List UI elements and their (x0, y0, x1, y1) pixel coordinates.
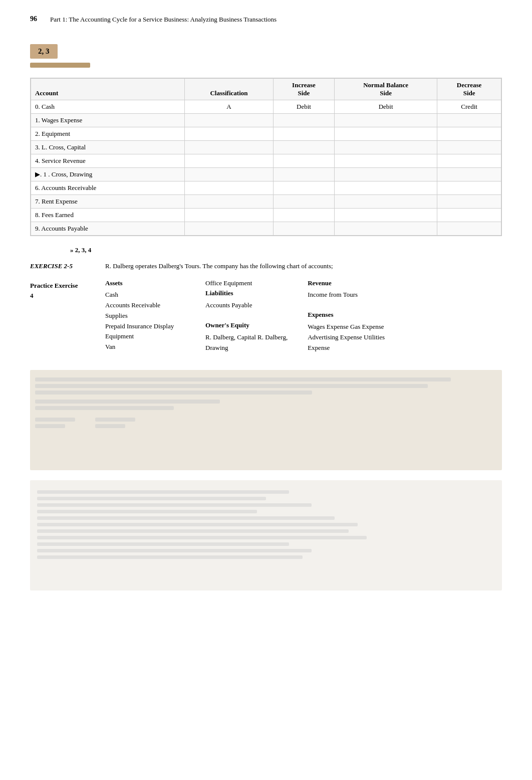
account-data-cell (185, 114, 274, 127)
exercise-sub-bar (30, 63, 90, 68)
account-data-cell (185, 154, 274, 168)
account-name-cell: 6. Accounts Receivable (31, 181, 185, 195)
account-data-cell (185, 141, 274, 154)
exercise-2-5-content: R. Dalberg operates Dalberg's Tours. The… (105, 261, 388, 360)
account-name-cell: 3. L. Cross, Capital (31, 141, 185, 154)
account-data-cell (335, 222, 437, 236)
blur-sub (37, 549, 312, 552)
blur-sub (37, 516, 335, 520)
account-data-cell: A (185, 100, 274, 114)
account-data-cell (273, 195, 334, 209)
col-header-classification: Classification (185, 79, 274, 100)
account-name-cell: 1. Wages Expense (31, 114, 185, 127)
blurred-sub-col-2 (95, 415, 135, 431)
account-data-cell (273, 114, 334, 127)
account-data-cell (185, 127, 274, 141)
account-data-cell (335, 181, 437, 195)
page-header: 96 Part 1: The Accounting Cycle for a Se… (30, 15, 502, 24)
blur-sub (37, 510, 257, 513)
account-data-cell (185, 222, 274, 236)
blur-sub (37, 529, 349, 533)
revenue-heading: Revenue (308, 278, 388, 288)
account-data-cell (437, 195, 501, 209)
revenue-list: Income from Tours (308, 290, 388, 300)
account-data-cell: Debit (335, 100, 437, 114)
blur-line (35, 400, 220, 404)
blurred-sub-col-1 (35, 415, 75, 431)
exercise-label: 2, 3 (30, 44, 58, 59)
note-line: » 2, 3, 4 (70, 246, 502, 254)
col-header-decrease: DecreaseSide (437, 79, 501, 100)
account-data-cell (335, 195, 437, 209)
accounts-table-section: Account Classification IncreaseSide Norm… (30, 78, 502, 236)
account-data-cell: Debit (273, 100, 334, 114)
col-header-normal-balance: Normal BalanceSide (335, 79, 437, 100)
owners-equity-list: R. Dalberg, Capital R. Dalberg,Drawing (205, 332, 288, 353)
account-data-cell (185, 168, 274, 181)
table-row: 4. Service Revenue (31, 154, 501, 168)
account-data-cell (273, 168, 334, 181)
account-data-cell (335, 168, 437, 181)
account-data-cell (273, 154, 334, 168)
account-name-cell: 8. Fees Earned (31, 209, 185, 222)
account-data-cell (185, 181, 274, 195)
table-row: 1. Wages Expense (31, 114, 501, 127)
table-row: 8. Fees Earned (31, 209, 501, 222)
blur-line (35, 424, 65, 428)
account-data-cell (273, 222, 334, 236)
blur-sub (37, 542, 289, 546)
assets-col: Assets Cash Accounts Receivable Supplies… (105, 278, 185, 353)
table-row: 2. Equipment (31, 127, 501, 141)
expenses-heading: Expenses (308, 310, 388, 320)
account-data-cell (437, 141, 501, 154)
account-name-cell: 0. Cash (31, 100, 185, 114)
exercise-2-5-label: EXERCISE 2-5 Practice Exercise4 (30, 261, 100, 360)
account-name-cell: 7. Rent Expense (31, 195, 185, 209)
account-data-cell (335, 127, 437, 141)
table-row: 3. L. Cross, Capital (31, 141, 501, 154)
revenue-col: Revenue Income from Tours Expenses Wages… (308, 278, 388, 353)
account-data-cell (335, 154, 437, 168)
blur-line (35, 391, 312, 395)
account-data-cell (273, 209, 334, 222)
owners-equity-heading: Owner's Equity (205, 320, 288, 330)
blur-line (35, 377, 451, 381)
practice-exercise-label: Practice Exercise4 (30, 282, 78, 299)
page-title: Part 1: The Accounting Cycle for a Servi… (50, 15, 277, 24)
liabilities-heading: Liabilities (205, 288, 288, 298)
blurred-section-1 (30, 370, 502, 470)
account-data-cell (335, 114, 437, 127)
blur-sub (37, 497, 266, 500)
blur-line (95, 424, 125, 428)
account-data-cell (273, 181, 334, 195)
account-data-cell (335, 209, 437, 222)
blur-line (35, 406, 174, 410)
accounts-table: Account Classification IncreaseSide Norm… (31, 78, 501, 236)
exercise-2-5-title: EXERCISE 2-5 (30, 262, 73, 270)
table-row: 9. Accounts Payable (31, 222, 501, 236)
account-data-cell (185, 195, 274, 209)
account-data-cell (185, 209, 274, 222)
blur-sub (37, 490, 289, 494)
accounts-grid: Assets Cash Accounts Receivable Supplies… (105, 278, 388, 353)
blur-line (95, 418, 135, 422)
col-header-increase: IncreaseSide (273, 79, 334, 100)
page-number: 96 (30, 15, 50, 23)
blur-sub (37, 523, 358, 526)
account-data-cell (437, 209, 501, 222)
liabilities-list: Accounts Payable (205, 300, 288, 311)
account-data-cell (273, 141, 334, 154)
table-row: 6. Accounts Receivable (31, 181, 501, 195)
account-name-cell: 9. Accounts Payable (31, 222, 185, 236)
account-name-cell: 2. Equipment (31, 127, 185, 141)
account-data-cell (437, 114, 501, 127)
account-data-cell (335, 141, 437, 154)
table-row: 0. CashADebitDebitCredit (31, 100, 501, 114)
account-data-cell (437, 127, 501, 141)
account-name-cell: 4. Service Revenue (31, 154, 185, 168)
col-header-account: Account (31, 79, 185, 100)
blurred-lines-1 (30, 370, 502, 436)
account-data-cell (437, 222, 501, 236)
account-name-cell: ▶. 1 . Cross, Drawing (31, 168, 185, 181)
assets-heading: Assets (105, 278, 185, 288)
